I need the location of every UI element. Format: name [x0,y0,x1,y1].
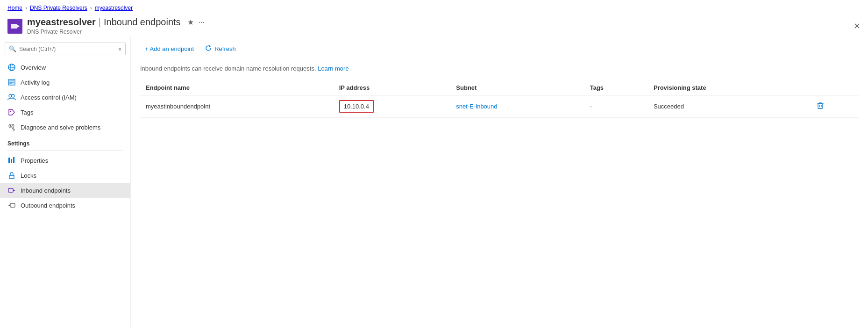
activity-icon [7,78,16,87]
sidebar-item-tags[interactable]: Tags [0,105,130,120]
collapse-icon[interactable]: « [118,46,121,52]
svg-rect-17 [8,188,13,192]
inbound-endpoints-label: Inbound endpoints [21,187,71,194]
col-ip-address: IP address [334,80,451,95]
col-actions [811,80,859,95]
search-box[interactable]: 🔍 « [5,43,126,55]
svg-rect-13 [8,158,10,163]
toolbar: + Add an endpoint Refresh [131,37,868,60]
globe-icon [7,63,16,72]
add-endpoint-button[interactable]: + Add an endpoint [140,43,199,55]
activity-log-label: Activity log [21,79,50,86]
info-text: Inbound endpoints can receive domain nam… [140,65,316,72]
lock-icon [7,171,16,180]
main-content: + Add an endpoint Refresh Inbound endpoi… [131,37,868,327]
svg-point-10 [9,94,12,97]
breadcrumb-home[interactable]: Home [7,5,22,11]
learn-more-link[interactable]: Learn more [318,65,349,72]
outbound-endpoints-label: Outbound endpoints [21,202,75,209]
sidebar: 🔍 « Overview Activity log Access control… [0,37,131,327]
svg-rect-19 [10,203,15,207]
col-endpoint-name: Endpoint name [140,80,334,95]
delete-cell [811,95,859,118]
sidebar-item-outbound-endpoints[interactable]: Outbound endpoints [0,198,130,213]
tag-icon [7,108,16,116]
locks-label: Locks [21,172,36,179]
wrench-icon [7,123,16,131]
settings-divider [7,151,123,151]
diagnose-label: Diagnose and solve problems [21,124,100,131]
breadcrumb-resolver[interactable]: myeastresolver [95,5,133,11]
settings-section-label: Settings [0,135,130,149]
resource-name: myeastresolver [27,17,96,28]
resource-icon [7,19,22,34]
refresh-icon [205,45,212,53]
people-icon [7,93,16,101]
endpoint-name-cell: myeastinboundendpoint [140,95,334,118]
favorite-star-icon[interactable]: ★ [187,18,194,27]
header-separator: | [99,17,101,28]
ip-value: 10.10.0.4 [339,100,374,113]
sidebar-item-locks[interactable]: Locks [0,168,130,183]
svg-marker-1 [17,25,20,28]
svg-rect-15 [13,157,14,163]
refresh-button[interactable]: Refresh [200,43,241,55]
subnet-link[interactable]: snet-E-inbound [456,103,497,110]
breadcrumb-dns[interactable]: DNS Private Resolvers [30,5,87,11]
search-input[interactable] [19,46,115,52]
endpoints-table: Endpoint name IP address Subnet Tags Pro… [140,80,859,118]
col-subnet: Subnet [450,80,584,95]
overview-label: Overview [21,64,46,71]
outbound-icon [7,201,16,209]
properties-label: Properties [21,157,48,164]
col-tags: Tags [584,80,648,95]
page-header: myeastresolver | Inbound endpoints ★ ···… [0,14,868,37]
svg-point-11 [12,94,14,97]
svg-rect-21 [818,104,823,108]
tags-cell: - [584,95,648,118]
ip-address-cell: 10.10.0.4 [334,95,451,118]
page-title: Inbound endpoints [104,17,181,28]
table-row: myeastinboundendpoint 10.10.0.4 snet-E-i… [140,95,859,118]
svg-rect-16 [9,175,14,179]
provisioning-state-cell: Succeeded [648,95,811,118]
sidebar-item-properties[interactable]: Properties [0,153,130,168]
table-container: Endpoint name IP address Subnet Tags Pro… [131,80,868,118]
sidebar-item-diagnose[interactable]: Diagnose and solve problems [0,120,130,135]
svg-rect-0 [11,24,17,29]
svg-rect-14 [11,159,12,163]
svg-marker-18 [13,189,15,191]
sidebar-item-overview[interactable]: Overview [0,60,130,75]
resource-subtitle: DNS Private Resolver [27,29,205,35]
tags-label: Tags [21,109,33,116]
delete-button[interactable] [817,102,824,111]
col-provisioning-state: Provisioning state [648,80,811,95]
breadcrumb: Home › DNS Private Resolvers › myeastres… [0,0,868,14]
search-icon: 🔍 [9,45,16,52]
subnet-cell: snet-E-inbound [450,95,584,118]
info-bar: Inbound endpoints can receive domain nam… [131,60,868,77]
access-control-label: Access control (IAM) [21,94,77,101]
refresh-label: Refresh [214,45,236,52]
inbound-icon [7,186,16,195]
more-options-icon[interactable]: ··· [199,18,205,27]
table-header-row: Endpoint name IP address Subnet Tags Pro… [140,80,859,95]
sidebar-item-activity-log[interactable]: Activity log [0,75,130,90]
close-button[interactable]: ✕ [854,21,861,31]
svg-marker-20 [8,204,10,206]
properties-icon [7,156,16,165]
svg-point-12 [10,111,11,112]
sidebar-item-access-control[interactable]: Access control (IAM) [0,90,130,105]
sidebar-item-inbound-endpoints[interactable]: Inbound endpoints [0,183,130,198]
